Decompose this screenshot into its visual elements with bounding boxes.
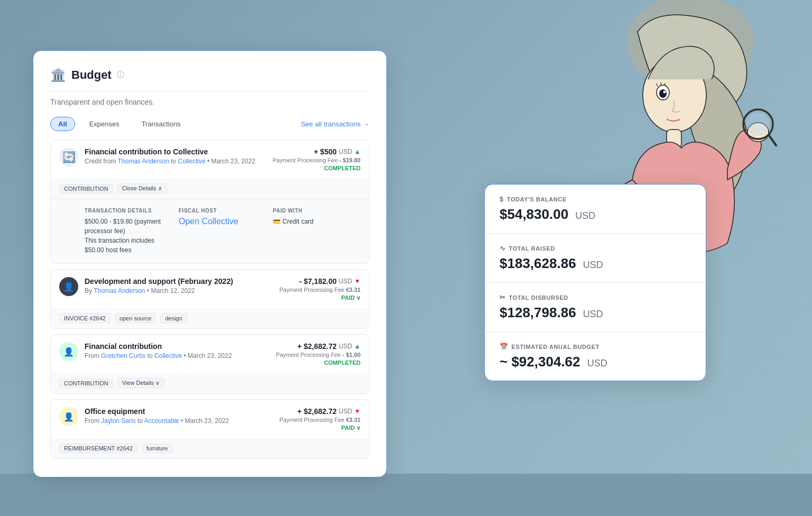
tags-row-2: INVOICE #2642 open source design <box>51 309 369 328</box>
stat-budget-value: ~ $92,304.62 USD <box>500 354 691 370</box>
tx-status-1: COMPLETED <box>273 165 361 171</box>
tabs: All Expenses Transactions <box>50 117 189 131</box>
tx-fee-1: Payment Processing Fee - $19.80 <box>273 157 361 163</box>
transaction-item-3: 👤 Financial contribution From Gretchen C… <box>50 334 370 394</box>
stat-raised-value: $183,628.86 USD <box>500 255 691 272</box>
stats-card: $ TODAY'S BALANCE $54,830.00 USD ∿ TOTAL… <box>484 184 706 381</box>
tx-amount-3: + $2,682.72 USD ▲ Payment Processing Fee… <box>276 342 361 366</box>
stat-balance-label: $ TODAY'S BALANCE <box>500 195 691 203</box>
stat-raised-label: ∿ TOTAL RAISED <box>500 244 691 252</box>
paid-with-text: 💳 Credit card <box>273 217 361 226</box>
fiscal-host-label: FISCAL HOST <box>179 208 266 214</box>
stat-balance-value: $54,830.00 USD <box>500 206 691 223</box>
transaction-details-section: TRANSACTION DETAILS $500.00 - $19.80 (pa… <box>85 208 172 255</box>
tx-avatar-4: 👤 <box>59 407 78 426</box>
tag-design-2: design <box>160 314 187 323</box>
transaction-item-2: 👤 Development and support (February 2022… <box>50 269 370 329</box>
stat-budget: 📅 ESTIMATED ANUAL BUDGET ~ $92,304.62 US… <box>485 332 706 381</box>
fiscal-host-section: FISCAL HOST Open Collective <box>179 208 266 255</box>
scissors-icon: ✂ <box>500 293 506 301</box>
dollar-icon: $ <box>500 195 504 203</box>
tab-all[interactable]: All <box>50 117 75 131</box>
bottom-bar <box>0 474 812 516</box>
tx-title-2: Development and support (February 2022) <box>85 277 273 285</box>
transaction-main-1: 🔄 Financial contribution to Collective C… <box>51 140 369 179</box>
tab-expenses[interactable]: Expenses <box>81 117 127 131</box>
tx-amount-2: - $7,182.00 USD ▼ Payment Processing Fee… <box>280 277 361 301</box>
fiscal-host-link[interactable]: Open Collective <box>179 217 238 226</box>
tx-avatar-3: 👤 <box>59 342 78 361</box>
from-link-4[interactable]: Jaylon Saris <box>101 417 135 425</box>
tx-status-3: COMPLETED <box>276 360 361 366</box>
stat-balance: $ TODAY'S BALANCE $54,830.00 USD <box>485 185 706 234</box>
transaction-main-2: 👤 Development and support (February 2022… <box>51 270 369 309</box>
tag-contribution-1: CONTRIBUTION <box>59 184 113 194</box>
budget-title: Budget <box>71 68 112 82</box>
transaction-item-4: 👤 Office equipment From Jaylon Saris to … <box>50 399 370 459</box>
transaction-main-4: 👤 Office equipment From Jaylon Saris to … <box>51 400 369 439</box>
tag-furniture-4: furniture <box>142 444 172 453</box>
budget-header: 🏛️ Budget ⓘ <box>50 68 370 91</box>
tx-avatar-2: 👤 <box>59 277 78 296</box>
tx-info-4: Office equipment From Jaylon Saris to Ac… <box>85 407 273 425</box>
tx-status-4: PAID ∨ <box>280 425 361 431</box>
tx-info-2: Development and support (February 2022) … <box>85 277 273 294</box>
tag-contribution-3: CONTRIBUTION <box>59 379 113 388</box>
tx-subtitle-1: Credit from Thomas Anderson to Collectiv… <box>85 158 266 165</box>
budget-icon: 🏛️ <box>50 68 66 82</box>
tag-reimbursement-4: REIMBURSEMENT #2642 <box>59 444 137 453</box>
arrow-down-icon-2: ▼ <box>354 278 361 285</box>
to-link-1[interactable]: Collective <box>178 158 206 165</box>
info-icon[interactable]: ⓘ <box>117 70 124 80</box>
tx-avatar-1: 🔄 <box>59 148 78 167</box>
tx-amount-value-1: + $500 USD ▲ <box>273 148 361 156</box>
tx-subtitle-4: From Jaylon Saris to Accountable • March… <box>85 417 273 425</box>
stat-raised: ∿ TOTAL RAISED $183,628.86 USD <box>485 234 706 283</box>
to-link-4[interactable]: Accountable <box>144 417 179 425</box>
to-link-3[interactable]: Collective <box>154 352 182 360</box>
tx-info-1: Financial contribution to Collective Cre… <box>85 148 266 165</box>
tx-status-2: PAID ∨ <box>280 294 361 301</box>
close-details-btn[interactable]: Close Details ∧ <box>117 183 167 194</box>
tag-opensource-2: open source <box>115 314 156 323</box>
from-link-1[interactable]: Thomas Anderson <box>117 158 169 165</box>
tag-invoice-2: INVOICE #2642 <box>59 314 110 323</box>
tags-row-4: REIMBURSEMENT #2642 furniture <box>51 439 369 458</box>
budget-card: 🏛️ Budget ⓘ Transparent and open finance… <box>33 50 387 477</box>
paid-with-section: PAID WITH 💳 Credit card <box>273 208 361 255</box>
view-details-btn-3[interactable]: View Details ∨ <box>117 378 164 388</box>
tags-row-1: CONTRIBUTION Close Details ∧ <box>51 179 369 199</box>
from-link-2[interactable]: Thomas Anderson <box>94 287 145 294</box>
tx-title-4: Office equipment <box>85 407 273 416</box>
arrow-down-icon-4: ▼ <box>354 408 361 415</box>
stat-budget-label: 📅 ESTIMATED ANUAL BUDGET <box>500 343 691 351</box>
tx-fee-4: Payment Processing Fee €3.31 <box>280 417 361 423</box>
from-link-3[interactable]: Gretchen Curtis <box>101 352 145 360</box>
see-all-link[interactable]: See all transactions → <box>301 120 370 128</box>
tab-transactions[interactable]: Transactions <box>134 117 189 131</box>
tabs-row: All Expenses Transactions See all transa… <box>50 117 370 131</box>
arrow-up-icon-3: ▲ <box>354 343 361 350</box>
tx-details-1: TRANSACTION DETAILS $500.00 - $19.80 (pa… <box>51 199 369 263</box>
paid-with-label: PAID WITH <box>273 208 361 214</box>
transaction-main-3: 👤 Financial contribution From Gretchen C… <box>51 335 369 373</box>
tx-amount-4: + $2,682.72 USD ▼ Payment Processing Fee… <box>280 407 361 431</box>
tx-amount-value-2: - $7,182.00 USD ▼ <box>280 277 361 285</box>
stat-disbursed-value: $128,798.86 USD <box>500 305 691 321</box>
tx-title-1: Financial contribution to Collective <box>85 148 266 156</box>
transaction-details-text: $500.00 - $19.80 (payment processor fee)… <box>85 217 172 255</box>
tx-subtitle-2: By Thomas Anderson • March 12, 2022 <box>85 287 273 294</box>
stat-disbursed-label: ✂ TOTAL DISBURSED <box>500 293 691 301</box>
tx-info-3: Financial contribution From Gretchen Cur… <box>85 342 270 360</box>
tx-fee-3: Payment Processing Fee - $1.00 <box>276 352 361 358</box>
stat-disbursed: ✂ TOTAL DISBURSED $128,798.86 USD <box>485 283 706 332</box>
calendar-icon: 📅 <box>500 343 509 351</box>
budget-subtitle: Transparent and open finances. <box>50 98 370 106</box>
tx-subtitle-3: From Gretchen Curtis to Collective • Mar… <box>85 352 270 360</box>
transaction-details-label: TRANSACTION DETAILS <box>85 208 172 214</box>
transaction-item-1: 🔄 Financial contribution to Collective C… <box>50 140 370 264</box>
trend-icon: ∿ <box>500 244 506 252</box>
tx-fee-2: Payment Processing Fee €3.31 <box>280 287 361 293</box>
tx-amount-value-4: + $2,682.72 USD ▼ <box>280 407 361 416</box>
tags-row-3: CONTRIBUTION View Details ∨ <box>51 373 369 393</box>
